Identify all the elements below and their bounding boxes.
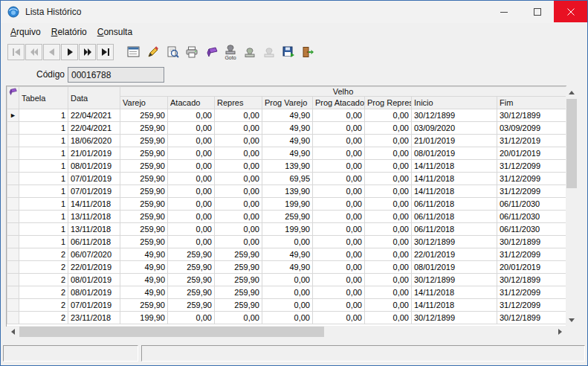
table-row[interactable]: 122/04/2021259,900,000,0049,900,000,0003…: [7, 122, 566, 135]
eraser-button[interactable]: [201, 41, 221, 63]
cell[interactable]: 03/09/2020: [412, 122, 497, 135]
cell[interactable]: 0,00: [168, 223, 215, 236]
cell[interactable]: 0,00: [262, 236, 313, 248]
cell[interactable]: 1: [19, 109, 68, 122]
cell[interactable]: 0,00: [215, 173, 262, 185]
cell[interactable]: 0,00: [365, 274, 412, 286]
cell[interactable]: 14/11/2018: [412, 286, 497, 299]
cell[interactable]: 07/01/2019: [68, 299, 120, 312]
cell[interactable]: 31/12/2019: [497, 135, 566, 147]
cell[interactable]: 49,90: [120, 286, 168, 299]
cell[interactable]: 0,00: [313, 248, 365, 261]
cell[interactable]: 0,00: [168, 185, 215, 198]
cell[interactable]: 23/11/2018: [68, 312, 120, 324]
column-header-prog-atacado[interactable]: Prog Atacado: [313, 97, 365, 109]
cell[interactable]: 06/11/2030: [497, 198, 566, 211]
cell[interactable]: 0,00: [365, 223, 412, 236]
cell[interactable]: 20/01/2019: [497, 147, 566, 160]
next-page-button[interactable]: [79, 44, 96, 60]
cell[interactable]: 06/11/2030: [497, 223, 566, 236]
cell[interactable]: 0,00: [313, 198, 365, 211]
cell[interactable]: 30/12/1899: [412, 236, 497, 248]
cell[interactable]: 49,90: [262, 109, 313, 122]
cell[interactable]: 259,90: [120, 122, 168, 135]
cell[interactable]: 30/12/1899: [412, 109, 497, 122]
cell[interactable]: 0,00: [365, 160, 412, 173]
table-row[interactable]: 208/01/201949,90259,90259,900,000,000,00…: [7, 286, 566, 299]
cell[interactable]: 0,00: [313, 211, 365, 223]
cell[interactable]: 0,00: [215, 223, 262, 236]
horizontal-scroll-thumb[interactable]: [19, 327, 324, 337]
table-row[interactable]: 114/11/2018259,900,000,00199,900,000,000…: [7, 198, 566, 211]
cell[interactable]: 259,90: [120, 236, 168, 248]
cell[interactable]: 0,00: [313, 299, 365, 312]
column-header-prog-repres[interactable]: Prog Repres: [365, 97, 412, 109]
cell[interactable]: 0,00: [313, 147, 365, 160]
column-header-fim[interactable]: Fim: [497, 97, 566, 109]
scroll-left-button[interactable]: [7, 326, 19, 338]
cell[interactable]: 0,00: [168, 236, 215, 248]
column-header-inicio[interactable]: Inicio: [412, 97, 497, 109]
cell[interactable]: 199,90: [262, 198, 313, 211]
cell[interactable]: 259,90: [120, 109, 168, 122]
cell[interactable]: 259,90: [215, 261, 262, 274]
cell[interactable]: 07/01/2019: [68, 185, 120, 198]
cell[interactable]: 1: [19, 173, 68, 185]
cell[interactable]: 0,00: [313, 185, 365, 198]
cell[interactable]: 0,00: [365, 122, 412, 135]
cell[interactable]: 0,00: [313, 274, 365, 286]
cell[interactable]: 06/11/2018: [412, 223, 497, 236]
cell[interactable]: 259,90: [168, 286, 215, 299]
cell[interactable]: 0,00: [365, 248, 412, 261]
table-row[interactable]: 108/01/2019259,900,000,00139,900,000,001…: [7, 160, 566, 173]
cell[interactable]: 06/11/2018: [412, 198, 497, 211]
cell[interactable]: 259,90: [120, 135, 168, 147]
cell[interactable]: 31/12/2099: [497, 248, 566, 261]
cell[interactable]: 49,90: [262, 135, 313, 147]
cell[interactable]: 13/11/2018: [68, 223, 120, 236]
exit-button[interactable]: [298, 41, 317, 63]
cell[interactable]: 0,00: [168, 211, 215, 223]
cell[interactable]: 0,00: [313, 109, 365, 122]
scroll-down-button[interactable]: [566, 314, 578, 326]
cell[interactable]: 0,00: [215, 135, 262, 147]
cell[interactable]: 0,00: [313, 160, 365, 173]
cell[interactable]: 13/11/2018: [68, 211, 120, 223]
form-button[interactable]: [124, 41, 143, 63]
vertical-scroll-thumb[interactable]: [566, 99, 577, 188]
table-row[interactable]: 207/01/2019259,90259,90259,900,000,000,0…: [7, 299, 566, 312]
cell[interactable]: 08/01/2019: [68, 286, 120, 299]
cell[interactable]: 07/01/2019: [68, 173, 120, 185]
cell[interactable]: 259,90: [120, 198, 168, 211]
last-record-button[interactable]: [97, 44, 114, 60]
cell[interactable]: 06/11/2030: [497, 211, 566, 223]
cell[interactable]: 22/04/2021: [68, 109, 120, 122]
cell[interactable]: 259,90: [168, 261, 215, 274]
cell[interactable]: 0,00: [262, 299, 313, 312]
prior-page-button[interactable]: [25, 44, 42, 60]
cell[interactable]: 0,00: [168, 135, 215, 147]
column-header-atacado[interactable]: Atacado: [168, 97, 215, 109]
cell[interactable]: 0,00: [168, 122, 215, 135]
minimize-button[interactable]: [487, 1, 520, 22]
cell[interactable]: 49,90: [120, 274, 168, 286]
prior-record-button[interactable]: [43, 44, 60, 60]
export-button[interactable]: [279, 41, 298, 63]
column-header-repres[interactable]: Repres: [215, 97, 262, 109]
next-record-button[interactable]: [61, 44, 78, 60]
cell[interactable]: 30/12/1899: [412, 274, 497, 286]
cell[interactable]: 0,00: [313, 312, 365, 324]
cell[interactable]: 69,95: [262, 173, 313, 185]
scroll-up-button[interactable]: [566, 86, 578, 98]
cell[interactable]: 0,00: [365, 236, 412, 248]
cell[interactable]: 0,00: [215, 185, 262, 198]
cell[interactable]: 2: [19, 286, 68, 299]
cell[interactable]: 49,90: [262, 122, 313, 135]
cell[interactable]: 139,90: [262, 185, 313, 198]
cell[interactable]: 31/12/2099: [497, 299, 566, 312]
column-header-varejo[interactable]: Varejo: [120, 97, 168, 109]
cell[interactable]: 03/09/2099: [497, 122, 566, 135]
cell[interactable]: 1: [19, 122, 68, 135]
cell[interactable]: 0,00: [365, 211, 412, 223]
cell[interactable]: 259,90: [262, 211, 313, 223]
